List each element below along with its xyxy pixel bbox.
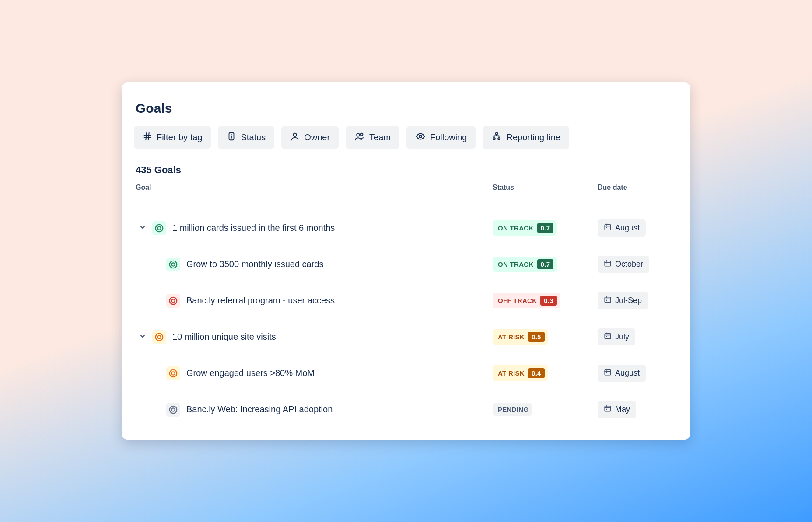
goal-row[interactable]: 10 million unique site visitsAT RISK0.5J…	[134, 319, 678, 355]
goal-title: 1 million cards issued in the first 6 mo…	[172, 223, 335, 233]
goal-row[interactable]: Banc.ly Web: Increasing API adoptionPEND…	[134, 391, 678, 428]
status-cell: AT RISK0.4	[493, 365, 598, 381]
status-badge[interactable]: OFF TRACK0.3	[493, 293, 560, 308]
goal-title: Banc.ly referral program - user access	[186, 296, 335, 306]
due-cell: July	[598, 328, 676, 345]
calendar-icon	[604, 368, 612, 378]
status-cell: OFF TRACK0.3	[493, 293, 598, 308]
svg-rect-44	[605, 370, 611, 375]
status-label: ON TRACK	[498, 224, 534, 232]
svg-line-2	[146, 133, 147, 140]
due-cell: August	[598, 365, 676, 382]
col-goal: Goal	[136, 184, 493, 191]
status-score: 0.7	[537, 259, 554, 269]
svg-point-43	[172, 372, 175, 375]
status-cell: PENDING	[493, 403, 598, 416]
goal-cell: Banc.ly Web: Increasing API adoption	[136, 403, 493, 417]
status-label: ON TRACK	[498, 261, 534, 268]
status-label: AT RISK	[498, 369, 525, 377]
svg-rect-23	[605, 261, 611, 266]
filter-label: Team	[369, 132, 391, 143]
status-label: AT RISK	[498, 333, 525, 341]
svg-point-50	[172, 408, 175, 411]
chevron-down-icon[interactable]	[139, 332, 146, 342]
goal-row[interactable]: 1 million cards issued in the first 6 mo…	[134, 210, 678, 246]
svg-point-8	[357, 133, 359, 136]
col-status: Status	[493, 184, 598, 191]
goal-title: Banc.ly Web: Increasing API adoption	[186, 404, 332, 414]
following-icon	[415, 132, 426, 143]
svg-rect-48	[606, 372, 607, 373]
svg-point-10	[419, 135, 422, 138]
status-score: 0.4	[528, 368, 545, 378]
svg-point-29	[172, 299, 175, 302]
status-score: 0.5	[528, 332, 545, 342]
goal-count: 435 Goals	[134, 164, 678, 176]
status-icon	[227, 132, 236, 143]
goal-row[interactable]: Grow engaged users >80% MoMAT RISK0.4Aug…	[134, 355, 678, 391]
due-badge[interactable]: August	[598, 365, 646, 382]
table-body: 1 million cards issued in the first 6 mo…	[134, 198, 678, 428]
goal-cell: 10 million unique site visits	[136, 330, 493, 344]
svg-point-49	[170, 406, 177, 413]
goal-title: Grow to 3500 monthly issued cards	[186, 259, 324, 269]
due-label: Jul-Sep	[615, 296, 642, 305]
status-badge[interactable]: ON TRACK0.7	[493, 257, 557, 272]
status-cell: AT RISK0.5	[493, 329, 598, 345]
svg-rect-37	[605, 334, 611, 339]
status-badge[interactable]: ON TRACK0.7	[493, 220, 557, 236]
status-badge[interactable]: AT RISK0.5	[493, 329, 548, 345]
due-badge[interactable]: May	[598, 401, 636, 418]
owner-icon	[290, 132, 300, 143]
target-icon	[166, 294, 180, 308]
svg-rect-41	[606, 336, 607, 337]
calendar-icon	[604, 296, 612, 306]
table-header: Goal Status Due date	[134, 184, 678, 198]
filter-chip-owner[interactable]: Owner	[281, 126, 339, 149]
goal-row[interactable]: Banc.ly referral program - user accessOF…	[134, 282, 678, 319]
filter-label: Reporting line	[506, 132, 560, 143]
due-cell: May	[598, 401, 676, 418]
goal-title: 10 million unique site visits	[172, 332, 276, 342]
status-label: OFF TRACK	[498, 297, 537, 304]
col-due: Due date	[598, 184, 676, 191]
due-badge[interactable]: Jul-Sep	[598, 292, 648, 309]
svg-rect-27	[606, 264, 607, 264]
due-badge[interactable]: August	[598, 219, 646, 237]
filter-chip-hash[interactable]: Filter by tag	[134, 126, 211, 149]
page-title: Goals	[134, 101, 678, 116]
filter-chip-status[interactable]: Status	[218, 126, 274, 149]
svg-rect-20	[606, 227, 607, 228]
svg-rect-34	[606, 300, 607, 301]
filter-chip-team[interactable]: Team	[346, 126, 399, 149]
calendar-icon	[604, 332, 612, 342]
goal-title: Grow engaged users >80% MoM	[186, 368, 315, 378]
svg-point-5	[231, 134, 232, 135]
status-score: 0.7	[537, 223, 554, 233]
goal-cell: Grow to 3500 monthly issued cards	[136, 258, 493, 271]
hash-icon	[143, 132, 152, 143]
status-badge[interactable]: PENDING	[493, 403, 532, 416]
svg-point-9	[360, 133, 363, 136]
svg-point-22	[172, 263, 175, 266]
target-icon	[152, 221, 166, 235]
target-icon	[166, 366, 180, 380]
due-cell: Jul-Sep	[598, 292, 676, 309]
filter-label: Owner	[304, 132, 330, 143]
filter-chip-reporting[interactable]: Reporting line	[483, 126, 569, 149]
svg-rect-16	[605, 225, 611, 230]
chevron-down-icon[interactable]	[139, 223, 146, 233]
due-badge[interactable]: October	[598, 256, 649, 273]
goal-row[interactable]: Grow to 3500 monthly issued cardsON TRAC…	[134, 246, 678, 282]
due-label: October	[615, 260, 643, 269]
svg-point-14	[156, 224, 163, 232]
target-icon	[166, 258, 180, 271]
team-icon	[354, 132, 365, 143]
due-badge[interactable]: July	[598, 328, 635, 345]
filter-chip-following[interactable]: Following	[406, 126, 476, 149]
status-badge[interactable]: AT RISK0.4	[493, 365, 548, 381]
target-icon	[166, 403, 180, 417]
svg-rect-55	[606, 409, 607, 410]
due-label: May	[615, 405, 630, 414]
svg-point-42	[170, 369, 177, 377]
